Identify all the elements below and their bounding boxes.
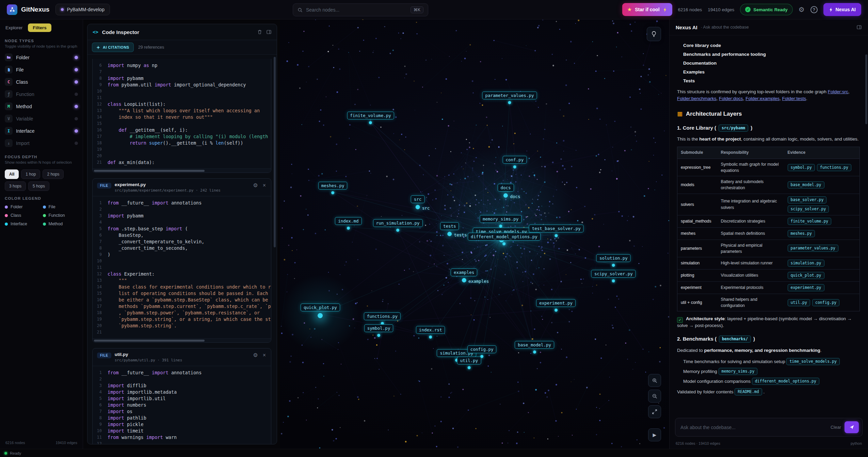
graph-node-util.py[interactable]: util.py	[457, 357, 481, 369]
snippet-close-icon[interactable]: ×	[262, 352, 267, 359]
snippet-settings-icon[interactable]: ⚙	[252, 352, 258, 359]
graph-node-different_model_options.py[interactable]: different_model_options.py	[468, 233, 541, 245]
nexus-ai-button[interactable]: Nexus AI	[823, 3, 861, 16]
node-type-interface[interactable]: IInterface	[5, 125, 78, 137]
code-lines[interactable]: 1from __future__ import annotations23imp…	[93, 196, 271, 338]
search-bar[interactable]: ⌘K	[293, 3, 428, 16]
graph-node-docs[interactable]: docsdocs	[497, 184, 514, 198]
line-code	[108, 153, 271, 159]
node-type-import[interactable]: ↓Import	[5, 137, 78, 149]
code-lines[interactable]: 1from __future__ import annotations23imp…	[93, 366, 271, 444]
folder-link[interactable]: Folder:src	[828, 89, 848, 94]
visibility-toggle-dot[interactable]	[75, 80, 78, 84]
zoom-out-button[interactable]	[648, 390, 661, 403]
graph-node-meshes.py[interactable]: meshes.py	[318, 182, 348, 194]
line-number: 2	[93, 376, 108, 382]
node-type-file[interactable]: File	[5, 64, 78, 76]
graph-node-experiment.py[interactable]: experiment.py	[536, 299, 576, 312]
graph-node-config.py[interactable]: config.py	[467, 345, 497, 358]
insights-lightbulb-button[interactable]	[647, 27, 661, 41]
folder-link[interactable]: Folder:examples	[745, 96, 779, 101]
trash-icon[interactable]	[257, 29, 262, 35]
focus-depth-1-hop[interactable]: 1 hop	[21, 169, 40, 179]
inspector-scrollbar-thumb[interactable]	[274, 57, 276, 247]
visibility-toggle-dot[interactable]	[75, 68, 78, 71]
graph-node-quick_plot.py[interactable]: quick_plot.py	[301, 304, 340, 318]
line-number: 8	[93, 415, 108, 421]
graph-node-run_simulation.py[interactable]: run_simulation.py	[373, 219, 423, 232]
star-button[interactable]: ★ Star if cool	[622, 3, 672, 16]
graph-node-memory_sims.py[interactable]: memory_sims.py	[480, 215, 521, 228]
legend-label: Folder	[11, 205, 22, 209]
fullscreen-button[interactable]	[648, 405, 661, 418]
snippet-header: FILEexperiment.pysrc/pybamm/experiment/e…	[93, 179, 271, 196]
collapse-panel-icon[interactable]	[266, 29, 272, 35]
graph-node-functions.py[interactable]: functions.py	[364, 312, 401, 325]
graph-node-parameter_values.py[interactable]: parameter_values.py	[482, 92, 537, 104]
node-type-class[interactable]: CClass	[5, 76, 78, 88]
legend-color-dot	[43, 223, 46, 226]
node-type-folder[interactable]: Folder	[5, 51, 78, 64]
line-code: from __future__ import annotations	[108, 200, 271, 206]
graph-node-base_model.py[interactable]: base_model.py	[515, 341, 554, 354]
settings-gear-icon[interactable]: ⚙	[799, 5, 805, 14]
focus-depth-3-hops[interactable]: 3 hops	[5, 181, 26, 191]
line-number: 2	[93, 206, 108, 213]
graph-node-index.rst[interactable]: index.rst	[416, 326, 445, 339]
project-selector[interactable]: PyBaMM-develop	[55, 4, 110, 15]
graph-node-index.md[interactable]: index.md	[335, 217, 361, 230]
horizontal-scrollbar[interactable]	[93, 168, 271, 173]
visibility-toggle-dot[interactable]	[75, 93, 78, 96]
ai-response-area[interactable]: Core library codeBenchmarks and performa…	[670, 35, 868, 414]
evidence-cell: parameter_values.py	[784, 240, 860, 257]
graph-node-label: base_model.py	[515, 341, 554, 349]
ask-input[interactable]	[680, 425, 827, 430]
focus-depth-5-hops[interactable]: 5 hops	[28, 181, 49, 191]
visibility-toggle-dot[interactable]	[75, 56, 78, 59]
folder-link[interactable]: Folder:benchmarks	[677, 96, 717, 101]
visibility-toggle-dot[interactable]	[75, 117, 78, 120]
graph-node-scipy_solver.py[interactable]: scipy_solver.py	[591, 270, 636, 282]
snippet-close-icon[interactable]: ×	[262, 182, 267, 189]
folder-link[interactable]: Folder:docs	[719, 96, 743, 101]
snippet-settings-icon[interactable]: ⚙	[252, 182, 258, 189]
help-icon[interactable]: ?	[810, 6, 818, 13]
focus-depth-2-hops[interactable]: 2 hops	[43, 169, 64, 179]
graph-node-src[interactable]: srcsrc	[411, 195, 425, 209]
visibility-toggle-dot[interactable]	[75, 142, 78, 145]
snippet-header: FILEutil.pysrc/pybamm/util.py · 391 line…	[93, 348, 271, 366]
tab-filters[interactable]: Filters	[28, 23, 51, 32]
node-type-variable[interactable]: VVariable	[5, 113, 78, 125]
tab-ai-citations[interactable]: AI CITATIONS	[92, 43, 134, 52]
graph-node-conf.py[interactable]: conf.py	[502, 156, 527, 168]
semantic-ready-badge: ✓ Semantic Ready	[740, 4, 792, 15]
node-type-method[interactable]: MMethod	[5, 100, 78, 113]
graph-node-tests[interactable]: teststests	[440, 222, 459, 236]
graph-node-examples[interactable]: examplesexamples	[451, 268, 477, 282]
snippet-list[interactable]: 6import numpy as np78import pybamm9from …	[87, 55, 277, 444]
node-type-function[interactable]: ƒFunction	[5, 88, 78, 100]
ai-collapse-panel-icon[interactable]	[856, 25, 862, 30]
graph-node-symbol.py[interactable]: symbol.py	[364, 324, 393, 337]
play-layout-button[interactable]: ▶	[648, 428, 661, 441]
folder-link[interactable]: Folder:tests	[782, 96, 806, 101]
tab-explorer[interactable]: Explorer	[5, 23, 23, 32]
search-input[interactable]	[306, 7, 407, 13]
focus-depth-all[interactable]: All	[5, 169, 19, 179]
graph-canvas[interactable]: ▶ parameter_values.pyfinite_volume.pycon…	[280, 19, 669, 449]
zoom-in-button[interactable]	[648, 374, 661, 387]
graph-node-finite_volume.py[interactable]: finite_volume.py	[347, 112, 394, 124]
horizontal-scroll-thumb[interactable]	[94, 170, 205, 172]
send-button[interactable]	[845, 421, 859, 433]
horizontal-scrollbar[interactable]	[93, 338, 271, 342]
visibility-toggle-dot[interactable]	[75, 129, 78, 133]
graph-node-label: examples	[451, 268, 477, 276]
horizontal-scroll-thumb[interactable]	[94, 340, 205, 342]
ai-scrollbar-thumb[interactable]	[865, 54, 867, 124]
visibility-toggle-dot[interactable]	[75, 105, 78, 108]
clear-button[interactable]: Clear	[831, 425, 841, 430]
code-lines[interactable]: 6import numpy as np78import pybamm9from …	[93, 59, 271, 168]
code-line: 17 methods `pybamm.step.current`, `pybam…	[93, 303, 271, 310]
graph-node-solution.py[interactable]: solution.py	[596, 254, 631, 267]
benchmarks-description: Dedicated to performance, memory, and re…	[677, 347, 860, 354]
